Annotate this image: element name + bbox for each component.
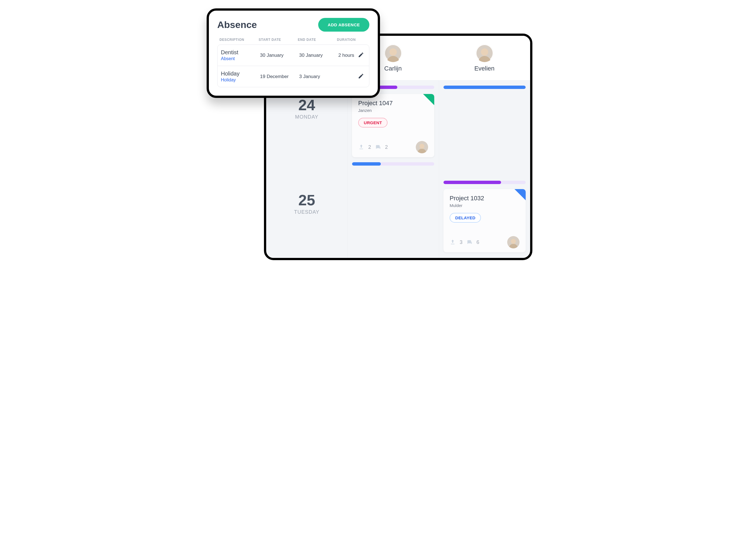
absence-tag: Holiday xyxy=(221,78,260,83)
absence-start: 30 January xyxy=(260,53,299,58)
day-number: 24 xyxy=(266,97,347,112)
board-row: 25 TUESDAY Project 1032 Mulder DELAYED xyxy=(266,176,530,259)
progress-bar xyxy=(443,86,526,89)
absence-duration: 2 hours xyxy=(338,53,354,58)
person-name: Carlijn xyxy=(384,65,402,72)
task-title: Project 1047 xyxy=(358,100,428,107)
status-badge: DELAYED xyxy=(450,213,481,223)
progress-bar xyxy=(443,181,526,184)
absence-table: Dentist Absent 30 January 30 January 2 h… xyxy=(217,45,369,87)
edit-button[interactable] xyxy=(356,71,366,82)
card-corner-flag xyxy=(423,94,434,105)
table-row[interactable]: Holiday Holiday 19 December 3 January xyxy=(218,66,369,87)
absence-description: Holiday xyxy=(221,71,260,77)
absence-description: Dentist xyxy=(221,49,260,56)
card-corner-flag xyxy=(515,189,526,200)
upload-count: 3 xyxy=(460,240,462,245)
upload-icon xyxy=(450,239,456,245)
person-name: Evelien xyxy=(474,65,494,72)
table-row[interactable]: Dentist Absent 30 January 30 January 2 h… xyxy=(218,45,369,66)
column-header-person-2[interactable]: Evelien xyxy=(439,44,530,72)
col-end-date: END DATE xyxy=(298,38,337,42)
comment-count: 6 xyxy=(477,240,479,245)
lane[interactable]: Project 1032 Mulder DELAYED 3 6 xyxy=(439,176,530,259)
task-card[interactable]: Project 1032 Mulder DELAYED 3 6 xyxy=(443,189,526,252)
edit-button[interactable] xyxy=(356,50,366,60)
col-duration: DURATION xyxy=(337,38,367,42)
task-meta: 2 2 xyxy=(358,144,388,150)
progress-bar xyxy=(352,162,434,166)
absence-column-headers: DESCRIPTION START DATE END DATE DURATION xyxy=(217,38,369,45)
absence-panel: Absence ADD ABSENCE DESCRIPTION START DA… xyxy=(207,8,380,98)
comments-icon xyxy=(375,144,381,150)
lane[interactable] xyxy=(347,176,439,259)
status-badge: URGENT xyxy=(358,118,388,128)
task-subtitle: Janzen xyxy=(358,108,428,113)
task-card[interactable]: Project 1047 Janzen URGENT 2 2 xyxy=(352,94,434,157)
task-subtitle: Mulder xyxy=(450,203,519,208)
day-name: MONDAY xyxy=(266,114,347,120)
absence-end: 30 January xyxy=(299,53,338,58)
absence-start: 19 December xyxy=(260,74,299,79)
col-start-date: START DATE xyxy=(259,38,298,42)
day-number: 25 xyxy=(266,192,347,207)
day-name: TUESDAY xyxy=(266,209,347,215)
lane[interactable] xyxy=(439,81,530,176)
day-label: 25 TUESDAY xyxy=(266,176,347,259)
panel-title: Absence xyxy=(217,19,257,30)
comments-icon xyxy=(466,239,472,245)
upload-icon xyxy=(358,144,364,150)
upload-count: 2 xyxy=(368,144,371,150)
add-absence-button[interactable]: ADD ABSENCE xyxy=(318,18,369,32)
assignee-avatar[interactable] xyxy=(507,236,519,248)
task-meta: 3 6 xyxy=(450,239,479,245)
comment-count: 2 xyxy=(385,144,388,150)
avatar xyxy=(384,44,402,62)
absence-end: 3 January xyxy=(299,74,338,79)
task-title: Project 1032 xyxy=(450,195,519,202)
avatar xyxy=(476,44,493,62)
pencil-icon xyxy=(358,73,364,79)
assignee-avatar[interactable] xyxy=(416,141,428,153)
absence-tag: Absent xyxy=(221,56,260,61)
col-description: DESCRIPTION xyxy=(220,38,259,42)
pencil-icon xyxy=(358,52,364,58)
